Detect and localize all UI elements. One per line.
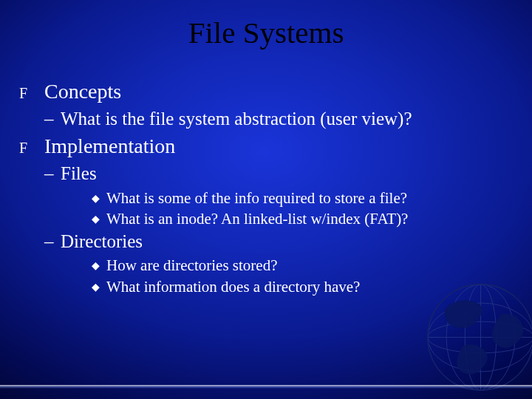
dash-icon: – [44, 230, 61, 253]
dash-icon: – [44, 162, 61, 185]
diamond-icon: ◆ [92, 213, 106, 226]
svg-point-8 [428, 284, 532, 390]
globe-icon [423, 280, 532, 395]
svg-point-2 [428, 321, 532, 353]
diamond-icon: ◆ [92, 259, 106, 273]
bullet-level3: ◆ What is some of the info required to s… [92, 188, 514, 208]
dash-icon: – [44, 107, 61, 130]
bullet-text: Directories [61, 230, 143, 253]
slide-body: F Concepts – What is the file system abs… [0, 56, 532, 296]
bullet-text: Files [61, 162, 97, 185]
bullet-level2: – Directories [44, 230, 514, 253]
bullet-level1: F Implementation [18, 133, 514, 159]
diamond-icon: ◆ [92, 192, 106, 205]
bullet-level1: F Concepts [18, 78, 514, 104]
bullet-text: How are directories stored? [106, 256, 277, 275]
bullet-text: Implementation [44, 133, 175, 159]
footer-divider [0, 385, 532, 389]
svg-point-3 [428, 303, 532, 372]
pointer-icon: F [18, 139, 44, 157]
bullet-level2: – What is the file system abstraction (u… [44, 107, 514, 130]
svg-point-4 [465, 284, 497, 390]
bullet-level3: ◆ How are directories stored? [92, 256, 514, 275]
bullet-text: What is an inode? An linked-list w/index… [106, 209, 408, 228]
slide: File Systems F Concepts – What is the fi… [0, 0, 532, 399]
svg-point-5 [446, 284, 515, 390]
bullet-text: What information does a directory have? [106, 277, 360, 296]
bullet-level3: ◆ What is an inode? An linked-list w/ind… [92, 209, 514, 228]
diamond-icon: ◆ [92, 281, 106, 294]
slide-title: File Systems [0, 0, 532, 56]
pointer-icon: F [18, 84, 44, 103]
svg-point-1 [428, 284, 532, 390]
bullet-level3: ◆ What information does a directory have… [92, 277, 514, 296]
bullet-text: Concepts [44, 78, 121, 104]
bullet-text: What is some of the info required to sto… [106, 188, 407, 208]
bullet-text: What is the file system abstraction (use… [61, 107, 412, 130]
bullet-level2: – Files [44, 162, 514, 185]
